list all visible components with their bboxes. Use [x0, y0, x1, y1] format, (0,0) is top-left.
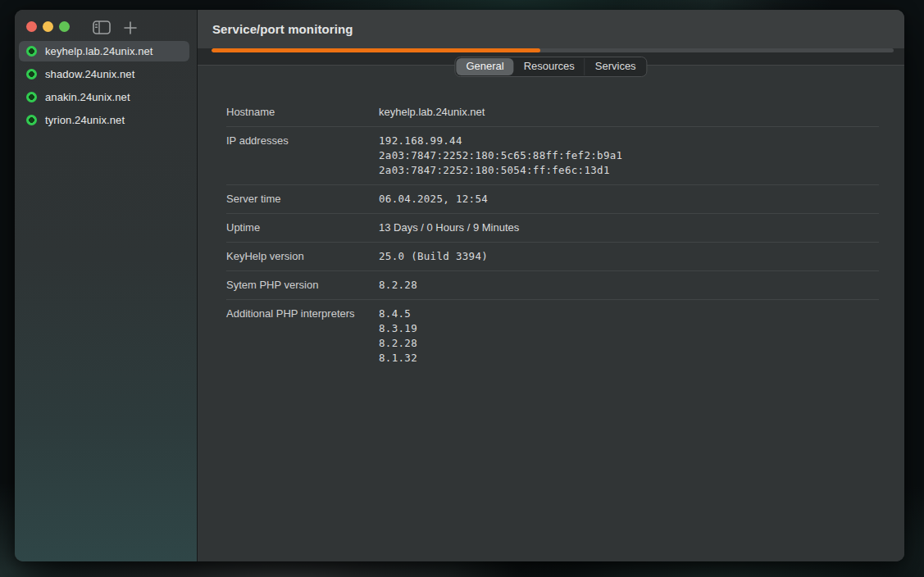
- progress-fill: [212, 48, 540, 52]
- details-table: Hostnamekeyhelp.lab.24unix.netIP address…: [226, 98, 879, 372]
- detail-values: 8.2.28: [379, 278, 879, 293]
- detail-value: 25.0 (Build 3394): [379, 249, 879, 264]
- detail-values: 192.168.99.442a03:7847:2252:180:5c65:88f…: [379, 134, 879, 178]
- status-online-icon: [26, 92, 37, 102]
- detail-values: 8.4.58.3.198.2.288.1.32: [379, 307, 879, 366]
- detail-value: keyhelp.lab.24unix.net: [379, 105, 879, 120]
- sidebar-item-server[interactable]: tyrion.24unix.net: [19, 110, 189, 130]
- detail-label: Additional PHP interpreters: [226, 307, 379, 366]
- zoom-button[interactable]: [59, 21, 70, 32]
- detail-label: Hostname: [226, 105, 379, 120]
- detail-row: Sytem PHP version8.2.28: [226, 270, 879, 299]
- detail-row: IP addresses192.168.99.442a03:7847:2252:…: [226, 126, 879, 184]
- detail-value: 8.4.5: [379, 307, 879, 321]
- detail-value: 8.1.32: [379, 351, 879, 366]
- sidebar-item-server[interactable]: shadow.24unix.net: [19, 64, 189, 84]
- detail-row: Additional PHP interpreters8.4.58.3.198.…: [226, 299, 879, 372]
- minimize-button[interactable]: [43, 21, 53, 32]
- close-button[interactable]: [26, 21, 37, 32]
- sidebar: keyhelp.lab.24unix.netshadow.24unix.neta…: [15, 10, 197, 561]
- detail-label: IP addresses: [226, 134, 379, 178]
- detail-values: 25.0 (Build 3394): [379, 249, 879, 264]
- plus-icon[interactable]: [123, 20, 138, 35]
- details-panel: Hostnamekeyhelp.lab.24unix.netIP address…: [198, 66, 904, 561]
- sidebar-item-server[interactable]: keyhelp.lab.24unix.net: [19, 41, 189, 61]
- titlebar-controls: [15, 10, 197, 33]
- progress-zone: GeneralResourcesServices: [198, 48, 904, 66]
- tab-services[interactable]: Services: [585, 58, 646, 75]
- detail-value: 2a03:7847:2252:180:5c65:88ff:fef2:b9a1: [379, 148, 879, 163]
- status-online-icon: [26, 46, 37, 57]
- detail-value: 192.168.99.44: [379, 134, 879, 148]
- detail-row: Hostnamekeyhelp.lab.24unix.net: [226, 98, 879, 126]
- detail-values: keyhelp.lab.24unix.net: [379, 105, 879, 120]
- titlebar: Service/port monitoring: [198, 10, 904, 48]
- detail-label: Server time: [226, 192, 379, 207]
- server-name-label: shadow.24unix.net: [45, 68, 134, 80]
- server-name-label: keyhelp.lab.24unix.net: [45, 45, 153, 57]
- detail-label: Uptime: [226, 220, 379, 235]
- detail-values: 13 Days / 0 Hours / 9 Minutes: [379, 220, 879, 235]
- detail-row: Uptime13 Days / 0 Hours / 9 Minutes: [226, 213, 879, 242]
- sidebar-item-server[interactable]: anakin.24unix.net: [19, 87, 189, 107]
- detail-value: 2a03:7847:2252:180:5054:ff:fe6c:13d1: [379, 163, 879, 178]
- detail-value: 8.3.19: [379, 321, 879, 336]
- detail-row: Server time06.04.2025, 12:54: [226, 184, 879, 213]
- server-name-label: anakin.24unix.net: [45, 91, 130, 103]
- detail-values: 06.04.2025, 12:54: [379, 192, 879, 207]
- server-list: keyhelp.lab.24unix.netshadow.24unix.neta…: [19, 41, 189, 130]
- detail-value: 8.2.28: [379, 336, 879, 351]
- traffic-lights: [26, 20, 75, 35]
- status-online-icon: [26, 69, 37, 80]
- sidebar-toggle-icon[interactable]: [93, 20, 111, 34]
- detail-row: KeyHelp version25.0 (Build 3394): [226, 242, 879, 270]
- detail-value: 8.2.28: [379, 278, 879, 293]
- app-window: keyhelp.lab.24unix.netshadow.24unix.neta…: [15, 10, 904, 561]
- server-name-label: tyrion.24unix.net: [45, 114, 125, 126]
- detail-label: Sytem PHP version: [226, 278, 379, 293]
- tab-bar: GeneralResourcesServices: [454, 57, 647, 77]
- detail-label: KeyHelp version: [226, 249, 379, 264]
- tab-resources[interactable]: Resources: [514, 58, 585, 75]
- progress-bar: [212, 48, 894, 52]
- main-panel: Service/port monitoring GeneralResources…: [198, 10, 904, 561]
- sidebar-toolbar: [93, 20, 138, 35]
- status-online-icon: [26, 115, 37, 125]
- detail-value: 13 Days / 0 Hours / 9 Minutes: [379, 220, 879, 235]
- page-title: Service/port monitoring: [212, 22, 353, 36]
- tab-general[interactable]: General: [456, 58, 513, 75]
- detail-value: 06.04.2025, 12:54: [379, 192, 879, 207]
